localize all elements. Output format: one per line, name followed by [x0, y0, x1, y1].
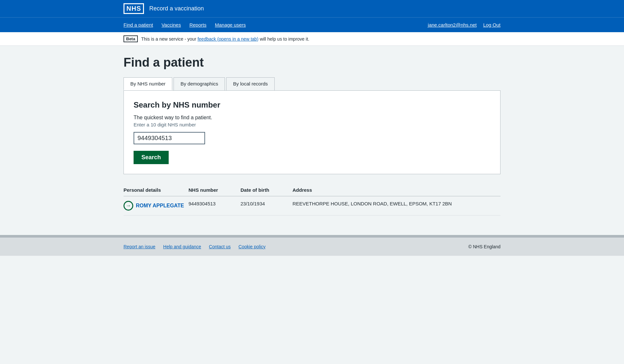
nav-links: Find a patient Vaccines Reports Manage u…	[124, 18, 254, 32]
nav-user-area: jane.carlton2@nhs.net Log Out	[428, 22, 500, 28]
footer-links: Report an issue Help and guidance Contac…	[124, 244, 266, 249]
footer-help[interactable]: Help and guidance	[163, 244, 201, 249]
nav-vaccines[interactable]: Vaccines	[162, 18, 186, 32]
nav-reports[interactable]: Reports	[189, 18, 212, 32]
footer: Report an issue Help and guidance Contac…	[0, 238, 624, 256]
header-title: Record a vaccination	[149, 5, 204, 12]
navigation: Find a patient Vaccines Reports Manage u…	[0, 17, 624, 32]
patient-arrow-icon	[124, 201, 133, 211]
patient-name-cell: ROMY APPLEGATE	[124, 196, 188, 215]
patient-nhs-number: 9449304513	[188, 196, 240, 215]
search-panel-title: Search by NHS number	[134, 100, 490, 110]
footer-contact[interactable]: Contact us	[209, 244, 231, 249]
tab-by-local-records[interactable]: By local records	[226, 77, 275, 90]
col-header-address: Address	[292, 184, 500, 196]
header: NHS Record a vaccination	[0, 0, 624, 17]
footer-report-issue[interactable]: Report an issue	[124, 244, 155, 249]
feedback-link[interactable]: feedback (opens in a new tab)	[198, 36, 259, 42]
results-section: Personal details NHS number Date of birt…	[124, 184, 500, 215]
footer-separator	[0, 235, 624, 238]
beta-text: This is a new service - your feedback (o…	[141, 36, 309, 42]
search-description: The quickest way to find a patient.	[134, 115, 490, 121]
logout-button[interactable]: Log Out	[483, 22, 500, 28]
tabs: By NHS number By demographics By local r…	[124, 77, 500, 90]
patient-link[interactable]: ROMY APPLEGATE	[124, 201, 188, 211]
tab-by-nhs-number[interactable]: By NHS number	[124, 77, 172, 90]
patient-name: ROMY APPLEGATE	[136, 203, 184, 209]
beta-badge: Beta	[124, 35, 138, 42]
patient-dob: 23/10/1934	[240, 196, 292, 215]
table-header-row: Personal details NHS number Date of birt…	[124, 184, 500, 196]
table-row: ROMY APPLEGATE 9449304513 23/10/1934 REE…	[124, 196, 500, 215]
nav-manage-users[interactable]: Manage users	[215, 18, 251, 32]
col-header-nhs: NHS number	[188, 184, 240, 196]
search-hint: Enter a 10 digit NHS number	[134, 122, 490, 127]
search-button[interactable]: Search	[134, 151, 169, 164]
user-email[interactable]: jane.carlton2@nhs.net	[428, 22, 476, 28]
col-header-personal: Personal details	[124, 184, 188, 196]
nhs-logo: NHS	[124, 3, 144, 14]
page-title: Find a patient	[124, 56, 500, 70]
footer-cookie[interactable]: Cookie policy	[239, 244, 266, 249]
tab-by-demographics[interactable]: By demographics	[174, 77, 225, 90]
footer-copyright: © NHS England	[468, 244, 500, 249]
nav-find-patient[interactable]: Find a patient	[124, 18, 158, 32]
main-content: Find a patient By NHS number By demograp…	[117, 46, 507, 235]
patient-address: REEVETHORPE HOUSE, LONDON ROAD, EWELL, E…	[292, 196, 500, 215]
results-table: Personal details NHS number Date of birt…	[124, 184, 500, 215]
nhs-number-input[interactable]	[134, 132, 205, 144]
beta-banner: Beta This is a new service - your feedba…	[0, 32, 624, 46]
search-panel: Search by NHS number The quickest way to…	[124, 90, 500, 174]
col-header-dob: Date of birth	[240, 184, 292, 196]
